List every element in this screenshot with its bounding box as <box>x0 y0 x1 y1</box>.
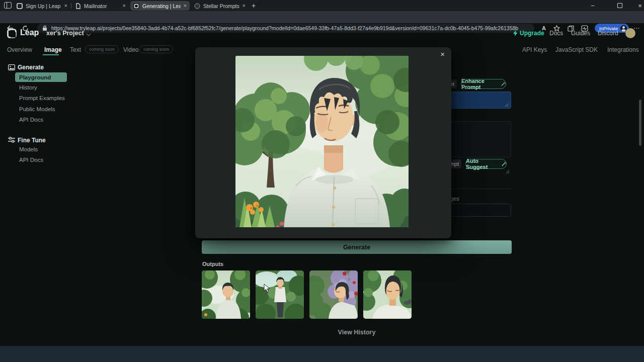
resize-grip-icon[interactable] <box>505 103 509 107</box>
sidebar-item-models[interactable]: Models <box>19 146 38 152</box>
windows-taskbar: 32°C Partly sunny Search <box>0 346 644 362</box>
output-thumbnail-3[interactable] <box>309 270 358 319</box>
generated-image-4 <box>363 270 412 319</box>
tab-video[interactable]: Video <box>123 46 138 53</box>
sidebar-item-history[interactable]: History <box>19 84 37 90</box>
tab-actions-icon[interactable] <box>4 2 12 9</box>
enhance-prompt-button[interactable]: Enhance Prompt <box>461 79 506 89</box>
auto-suggest-label: Auto Suggest <box>466 158 499 170</box>
restore-icon <box>617 3 622 8</box>
guides-link[interactable]: Guides <box>571 30 590 37</box>
window-minimize-button[interactable]: – <box>584 0 601 11</box>
leap-logo <box>7 29 17 38</box>
output-thumbnail-2[interactable] <box>256 270 304 319</box>
coming-soon-badge: coming soon <box>85 45 119 53</box>
tab-mailinator[interactable]: Mailinator × <box>72 1 129 11</box>
docs-link[interactable]: Docs <box>549 30 563 37</box>
number-of-images-label-fragment: ges <box>450 196 459 202</box>
address-bar[interactable]: https://www.tryleap.ai/projects/0ee35840… <box>37 24 534 33</box>
tab-generating-active[interactable]: Generating | Leap × <box>130 1 190 11</box>
upgrade-link[interactable]: Upgrade <box>520 30 544 37</box>
tab-title: Mailinator <box>84 3 120 9</box>
tab-javascript-sdk[interactable]: JavaScript SDK <box>555 46 598 53</box>
window-close-button[interactable]: × <box>631 0 644 11</box>
document-favicon <box>75 3 81 9</box>
image-preview-modal: × <box>195 47 451 238</box>
site-favicon <box>194 3 200 9</box>
tab-stellar-prompts[interactable]: Stellar Prompts for People, Pets, × <box>191 1 249 11</box>
mouse-cursor <box>264 284 270 293</box>
tab-api-keys[interactable]: API Keys <box>522 46 547 53</box>
generated-image-2 <box>256 270 304 319</box>
generate-label: Generate <box>343 244 370 251</box>
lightning-icon <box>513 30 518 36</box>
outputs-label: Outputs <box>202 261 223 267</box>
new-tab-button[interactable]: + <box>252 2 256 10</box>
tab-image[interactable]: Image <box>44 46 62 53</box>
tab-text[interactable]: Text <box>70 46 81 53</box>
tab-title: Stellar Prompts for People, Pets, <box>203 3 239 9</box>
active-tab-underline <box>43 54 59 55</box>
tab-close-icon[interactable]: × <box>123 3 126 9</box>
sidebar-item-public-models[interactable]: Public Models <box>19 106 55 112</box>
coming-soon-badge: coming soon <box>139 45 173 53</box>
output-thumbnail-1[interactable] <box>202 270 250 319</box>
tab-title: Generating | Leap <box>142 3 181 9</box>
tab-close-icon[interactable]: × <box>184 3 187 9</box>
tab-close-icon[interactable]: × <box>64 3 67 9</box>
modal-close-icon[interactable]: × <box>440 50 445 58</box>
user-avatar[interactable] <box>625 28 635 38</box>
discord-link[interactable]: Discord <box>598 30 618 37</box>
url-text[interactable]: https://www.tryleap.ai/projects/0ee35840… <box>51 25 529 31</box>
sliders-icon <box>8 137 15 143</box>
view-history-link[interactable]: View History <box>306 329 407 336</box>
tab-integrations[interactable]: Integrations <box>607 46 639 53</box>
project-selector[interactable]: xer's Project <box>46 30 84 37</box>
leap-favicon <box>17 3 23 9</box>
sidebar-item-label: Playground <box>19 74 51 80</box>
generate-button[interactable]: Generate <box>202 240 512 254</box>
sidebar-item-api-docs[interactable]: API Docs <box>19 117 43 123</box>
browser-tab-strip: Sign Up | Leap × Mailinator × Generating… <box>0 0 644 11</box>
resize-grip-icon[interactable] <box>506 170 510 174</box>
tab-title: Sign Up | Leap <box>26 3 61 9</box>
window-restore-button[interactable] <box>611 0 628 11</box>
tab-close-icon[interactable]: × <box>243 3 246 9</box>
output-thumbnail-4[interactable] <box>363 270 412 319</box>
generated-image-1 <box>202 270 250 319</box>
generated-image-large <box>235 56 409 227</box>
page-scrollbar[interactable] <box>639 100 641 146</box>
brand-name[interactable]: Leap <box>20 28 39 37</box>
magic-wand-icon <box>501 81 506 86</box>
sidebar-item-finetune-api-docs[interactable]: API Docs <box>19 157 43 163</box>
image-section-icon <box>8 64 15 70</box>
generated-image-3 <box>309 270 358 319</box>
sidebar-header-fine-tune: Fine Tune <box>18 137 46 144</box>
leap-favicon <box>133 3 139 9</box>
enhance-prompt-label: Enhance Prompt <box>461 78 499 90</box>
sidebar-header-generate: Generate <box>18 64 44 71</box>
sidebar-item-prompt-examples[interactable]: Prompt Examples <box>19 95 65 101</box>
sidebar-item-playground[interactable]: Playground <box>15 72 67 82</box>
magic-wand-icon <box>502 161 506 166</box>
screen: Sign Up | Leap × Mailinator × Generating… <box>0 0 644 362</box>
tab-overview[interactable]: Overview <box>7 46 32 53</box>
tab-separator <box>71 3 71 9</box>
tab-signup[interactable]: Sign Up | Leap × <box>14 1 70 11</box>
browser-toolbar: https://www.tryleap.ai/projects/0ee35840… <box>0 11 644 23</box>
auto-suggest-button[interactable]: Auto Suggest <box>465 159 507 169</box>
